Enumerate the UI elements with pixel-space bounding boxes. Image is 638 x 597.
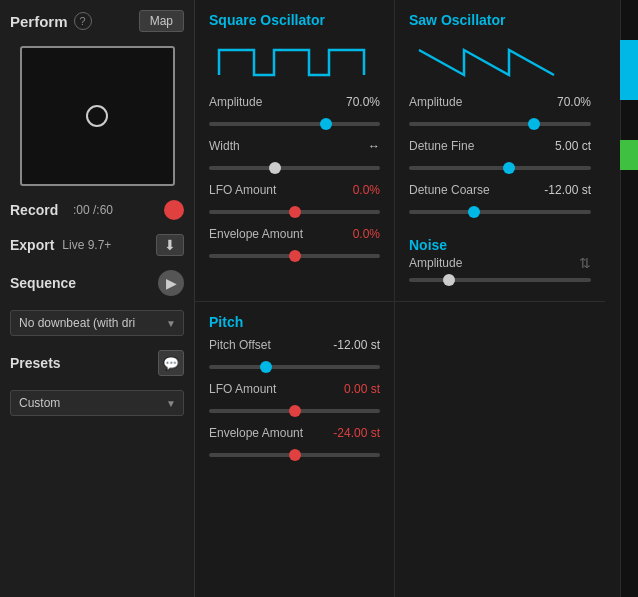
- saw-detune-fine-slider-container: [409, 159, 591, 173]
- presets-icon[interactable]: 💬: [158, 350, 184, 376]
- sq-env-row: Envelope Amount 0.0%: [209, 227, 380, 241]
- noise-amplitude-label: Amplitude: [409, 256, 489, 270]
- record-label: Record: [10, 202, 65, 218]
- saw-oscillator-panel: Saw Oscillator Amplitude 70.0% Detune Fi…: [395, 0, 605, 302]
- perform-title: Perform: [10, 13, 68, 30]
- noise-amplitude-row: Amplitude ⇅: [409, 255, 591, 271]
- sq-width-row: Width ↔: [209, 139, 380, 153]
- pitch-offset-slider-container: [209, 358, 380, 372]
- sq-width-slider[interactable]: [209, 166, 380, 170]
- noise-amplitude-slider-container: [409, 271, 591, 285]
- sq-amplitude-value: 70.0%: [330, 95, 380, 109]
- sq-env-slider[interactable]: [209, 254, 380, 258]
- sq-env-value: 0.0%: [330, 227, 380, 241]
- pitch-lfo-row: LFO Amount 0.00 st: [209, 382, 380, 396]
- record-time: :00 /:60: [73, 203, 113, 217]
- square-oscillator-panel: Square Oscillator Amplitude 70.0% Width …: [195, 0, 395, 302]
- square-oscillator-title: Square Oscillator: [209, 12, 380, 28]
- noise-amplitude-arrows: ⇅: [579, 255, 591, 271]
- saw-detune-coarse-label: Detune Coarse: [409, 183, 490, 197]
- map-button[interactable]: Map: [139, 10, 184, 32]
- pitch-title: Pitch: [209, 314, 380, 330]
- sq-lfo-value: 0.0%: [330, 183, 380, 197]
- sq-width-label: Width: [209, 139, 289, 153]
- saw-detune-coarse-row: Detune Coarse -12.00 st: [409, 183, 591, 197]
- sq-amplitude-slider[interactable]: [209, 122, 380, 126]
- perform-section-header: Perform ? Map: [10, 10, 184, 32]
- main-layout: Perform ? Map Record :00 /:60 Export Liv…: [0, 0, 638, 597]
- saw-detune-fine-label: Detune Fine: [409, 139, 489, 153]
- saw-detune-coarse-slider-container: [409, 203, 591, 217]
- saw-detune-fine-value: 5.00 ct: [541, 139, 591, 153]
- export-row: Export Live 9.7+ ⬇: [10, 234, 184, 256]
- pitch-lfo-slider[interactable]: [209, 409, 380, 413]
- noise-amplitude-slider[interactable]: [409, 278, 591, 282]
- pitch-env-slider-container: [209, 446, 380, 460]
- pitch-offset-label: Pitch Offset: [209, 338, 289, 352]
- saw-oscillator-title: Saw Oscillator: [409, 12, 591, 28]
- saw-detune-fine-slider[interactable]: [409, 166, 591, 170]
- pitch-lfo-value: 0.00 st: [330, 382, 380, 396]
- panels-grid: Square Oscillator Amplitude 70.0% Width …: [195, 0, 620, 597]
- sq-env-label: Envelope Amount: [209, 227, 303, 241]
- pitch-lfo-label: LFO Amount: [209, 382, 289, 396]
- export-version: Live 9.7+: [62, 238, 111, 252]
- perform-dot: [86, 105, 108, 127]
- sequence-row: Sequence ▶: [10, 270, 184, 296]
- play-button[interactable]: ▶: [158, 270, 184, 296]
- sq-amplitude-slider-container: [209, 115, 380, 129]
- saw-amplitude-slider-container: [409, 115, 591, 129]
- export-button[interactable]: ⬇: [156, 234, 184, 256]
- sequence-dropdown[interactable]: No downbeat (with dri: [10, 310, 184, 336]
- right-edge-green: [620, 140, 638, 170]
- saw-amplitude-value: 70.0%: [541, 95, 591, 109]
- saw-detune-coarse-value: -12.00 st: [541, 183, 591, 197]
- export-label: Export: [10, 237, 54, 253]
- sequence-dropdown-wrapper: No downbeat (with dri ▼: [10, 310, 184, 336]
- pitch-offset-row: Pitch Offset -12.00 st: [209, 338, 380, 352]
- sq-lfo-slider-container: [209, 203, 380, 217]
- square-wave-svg: [209, 40, 369, 85]
- sq-amplitude-label: Amplitude: [209, 95, 289, 109]
- help-icon[interactable]: ?: [74, 12, 92, 30]
- noise-section: Noise Amplitude ⇅: [409, 237, 591, 289]
- right-edge-strip: [620, 0, 638, 597]
- pitch-env-value: -24.00 st: [330, 426, 380, 440]
- sq-lfo-slider[interactable]: [209, 210, 380, 214]
- record-button[interactable]: [164, 200, 184, 220]
- pitch-panel: Pitch Pitch Offset -12.00 st LFO Amount …: [195, 302, 395, 597]
- right-hint: [409, 314, 425, 585]
- saw-detune-fine-row: Detune Fine 5.00 ct: [409, 139, 591, 153]
- saw-amplitude-label: Amplitude: [409, 95, 489, 109]
- sq-width-slider-container: [209, 159, 380, 173]
- left-panel: Perform ? Map Record :00 /:60 Export Liv…: [0, 0, 195, 597]
- record-row: Record :00 /:60: [10, 200, 184, 220]
- pitch-lfo-slider-container: [209, 402, 380, 416]
- saw-amplitude-slider[interactable]: [409, 122, 591, 126]
- fourth-quadrant: [395, 302, 605, 597]
- sq-amplitude-row: Amplitude 70.0%: [209, 95, 380, 109]
- presets-dropdown-wrapper: Custom ▼: [10, 390, 184, 416]
- sq-lfo-row: LFO Amount 0.0%: [209, 183, 380, 197]
- perform-pad[interactable]: [20, 46, 175, 186]
- saw-amplitude-row: Amplitude 70.0%: [409, 95, 591, 109]
- sq-env-slider-container: [209, 247, 380, 261]
- saw-wave-svg: [409, 40, 569, 85]
- pitch-env-row: Envelope Amount -24.00 st: [209, 426, 380, 440]
- saw-detune-coarse-slider[interactable]: [409, 210, 591, 214]
- presets-dropdown[interactable]: Custom: [10, 390, 184, 416]
- noise-title: Noise: [409, 237, 591, 253]
- pitch-env-slider[interactable]: [209, 453, 380, 457]
- sq-lfo-label: LFO Amount: [209, 183, 289, 197]
- right-edge-cyan: [620, 40, 638, 100]
- pitch-offset-slider[interactable]: [209, 365, 380, 369]
- sequence-label: Sequence: [10, 275, 76, 291]
- presets-row: Presets 💬: [10, 350, 184, 376]
- sq-width-value: ↔: [330, 139, 380, 153]
- pitch-offset-value: -12.00 st: [330, 338, 380, 352]
- pitch-env-label: Envelope Amount: [209, 426, 303, 440]
- presets-label: Presets: [10, 355, 65, 371]
